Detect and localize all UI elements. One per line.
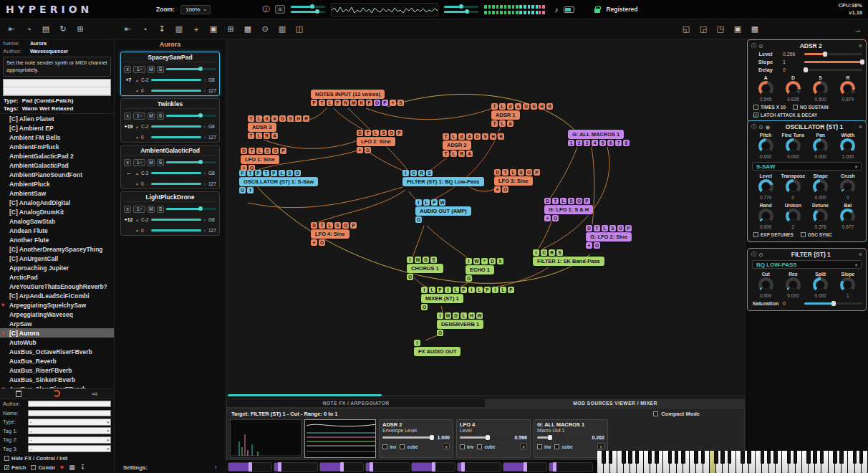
node-port[interactable]: I	[492, 287, 498, 293]
node-port[interactable]: R	[303, 115, 309, 122]
piano-black-key[interactable]	[859, 451, 864, 464]
layer-solo-button[interactable]: S	[157, 66, 164, 73]
layer-channel-select[interactable]: 1▾	[133, 159, 145, 166]
waveform-select[interactable]: S-SAW▾	[752, 162, 862, 171]
graph-node-chorus-1[interactable]: IWDSCHORUS 1O	[407, 256, 443, 281]
node-port[interactable]: +	[544, 215, 551, 221]
node-port[interactable]: O	[319, 239, 325, 246]
wavesequencer-logo-icon[interactable]	[53, 390, 60, 397]
node-port[interactable]: f	[247, 187, 254, 194]
node-port[interactable]: O	[407, 274, 413, 280]
patch-list-item[interactable]: Another Flute	[0, 235, 114, 244]
piano-black-key[interactable]	[773, 451, 778, 464]
graph-node-adsr-2[interactable]: TLdADSHRADSR 2TLRA	[443, 133, 504, 158]
node-port[interactable]: L	[256, 148, 263, 154]
layer-solo-button[interactable]: S	[157, 113, 164, 120]
remove-mod-button[interactable]: x	[597, 443, 604, 450]
node-title[interactable]: ADSR 2	[443, 140, 471, 150]
node-port[interactable]: O	[374, 100, 380, 106]
compact-mode-checkbox[interactable]: Compact Mode	[653, 411, 700, 417]
node-title[interactable]: FILTER (ST) 1: BQ Low-Pass	[402, 177, 484, 186]
layer-level-slider[interactable]	[166, 208, 216, 210]
layer-solo-button[interactable]: S	[157, 206, 164, 213]
folder-open-icon[interactable]: ▤	[40, 24, 52, 35]
refresh-icon[interactable]: ↻	[57, 24, 69, 35]
eye-icon[interactable]: ◉	[766, 124, 771, 130]
node-port[interactable]: L	[499, 120, 506, 127]
node-port[interactable]: D	[489, 258, 496, 264]
node-port[interactable]: O	[526, 169, 532, 176]
patch-list-item[interactable]: [C] AnotherDreamySpaceyThing	[0, 244, 114, 254]
patch-list-item[interactable]: AmbientGalacticPad	[0, 161, 114, 170]
knob[interactable]	[786, 209, 801, 224]
graph-node-lfo-1[interactable]: DTLSOPLFO 1: Sine+O	[241, 147, 286, 172]
node-port[interactable]: D	[453, 312, 459, 319]
node-title[interactable]: AUDIO OUT (AMP)	[415, 206, 471, 216]
patch-list-item[interactable]: AmbientGalacticPad 2	[0, 151, 114, 161]
node-port[interactable]: O	[576, 198, 582, 204]
node-port[interactable]: O	[502, 186, 508, 193]
node-port[interactable]: 8	[623, 140, 630, 146]
favorite-icon[interactable]: ♥	[60, 464, 64, 471]
image-icon[interactable]: ▦	[242, 24, 254, 35]
node-title[interactable]: ECHO 1	[466, 265, 494, 274]
key-icon[interactable]: ⊙	[259, 24, 271, 35]
node-port[interactable]: T	[443, 133, 449, 140]
node-port[interactable]: L	[256, 133, 262, 139]
knob[interactable]	[758, 209, 773, 224]
layer-level-slider[interactable]	[166, 68, 216, 70]
piano-black-key[interactable]	[853, 451, 857, 464]
node-port[interactable]: I	[466, 258, 472, 264]
close-icon[interactable]: ×	[859, 251, 862, 258]
node-port[interactable]: L	[429, 287, 435, 293]
node-port[interactable]: L	[450, 133, 457, 140]
node-port[interactable]: T	[249, 148, 255, 154]
node-port[interactable]: 5	[599, 140, 606, 146]
node-port[interactable]: O	[552, 215, 559, 221]
node-port[interactable]: d	[458, 133, 465, 140]
cube-checkbox[interactable]: cube	[554, 444, 572, 449]
piano-black-key[interactable]	[728, 451, 732, 464]
graph-node-filter-1[interactable]: ICRSFILTER 1: SK Band-Pass	[533, 249, 604, 266]
node-port[interactable]: P	[534, 169, 540, 176]
graph-node-lfo-4[interactable]: DTLSOPLFO 4: Sine+O	[311, 221, 357, 247]
mod-level-slider[interactable]	[537, 436, 587, 439]
vel-range-slider[interactable]	[151, 90, 201, 92]
node-port[interactable]: P	[508, 287, 514, 293]
info-icon[interactable]: ⓘ	[751, 123, 757, 130]
node-port[interactable]: F	[239, 170, 246, 176]
knob[interactable]	[786, 179, 801, 194]
piano-black-key[interactable]	[813, 451, 817, 464]
monitor-sliders[interactable]	[444, 6, 478, 13]
node-port[interactable]: +	[390, 100, 396, 106]
patch-list-item[interactable]: Andean Flute	[0, 226, 114, 235]
graph-node-notes-input[interactable]: NOTES INPUT (12 voices)PTLFNMKPOP+S	[311, 90, 404, 107]
checkbox[interactable]: TIMES X 10	[753, 105, 786, 110]
node-port[interactable]: O	[466, 275, 472, 282]
settings-expand-icon[interactable]: ↑	[214, 464, 217, 471]
node-title[interactable]: LFO 2: Sine	[357, 137, 395, 146]
node-port[interactable]: A	[271, 115, 278, 122]
node-port[interactable]: P	[584, 198, 590, 204]
node-port[interactable]: W	[415, 257, 421, 263]
node-graph-canvas[interactable]: NOTES INPUT (12 voices)PTLFNMKPOP+STLdAD…	[226, 39, 745, 398]
node-port[interactable]: R	[549, 249, 555, 256]
import-icon[interactable]: ↧	[156, 24, 168, 35]
node-port[interactable]: S	[482, 133, 488, 140]
cube-checkbox[interactable]: cube	[477, 444, 495, 449]
graph-node-g-lfo-2[interactable]: DTLSOPG: LFO 2: Sine+O	[586, 224, 632, 249]
node-port[interactable]: D	[357, 130, 363, 136]
node-port[interactable]: 1	[568, 140, 574, 146]
inv-checkbox[interactable]: inv	[537, 444, 551, 449]
node-port[interactable]: +	[494, 186, 501, 193]
note-range-slider[interactable]	[151, 125, 201, 128]
node-port[interactable]: C	[410, 170, 417, 176]
knob[interactable]	[758, 277, 773, 292]
patch-list-item[interactable]: AmbientSaw	[0, 188, 114, 198]
macro-slider[interactable]	[365, 462, 410, 472]
knob[interactable]	[813, 138, 828, 153]
checkbox[interactable]: OSC SYNC	[801, 232, 832, 237]
patch-list-item[interactable]: Approaching Jupiter	[0, 263, 114, 272]
node-port[interactable]: L	[423, 199, 430, 206]
patch-list-item[interactable]: ArpSaw	[0, 319, 114, 328]
